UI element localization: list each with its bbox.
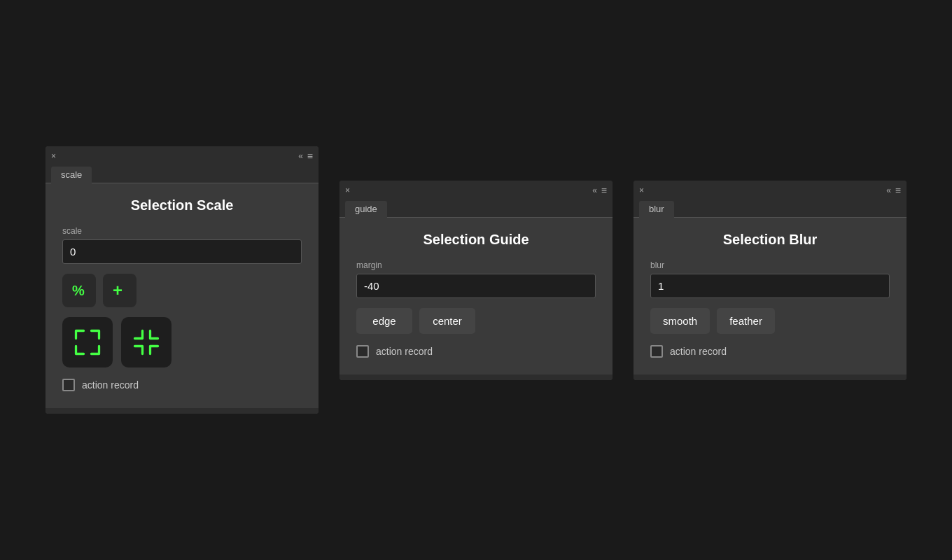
scale-top-btn-row: % +	[62, 274, 136, 307]
scale-panel: × « ≡ scale Selection Scale scale % +	[46, 146, 318, 414]
svg-text:%: %	[72, 283, 85, 298]
blur-input-wrap: blur	[650, 260, 890, 298]
blur-titlebar: × « ≡	[634, 181, 906, 200]
guide-action-record-checkbox[interactable]	[356, 345, 369, 358]
scale-footer	[46, 408, 318, 414]
blur-collapse-button[interactable]: «	[886, 186, 891, 195]
blur-tab-row: blur	[634, 200, 906, 218]
scale-input-wrap: scale	[62, 226, 302, 264]
blur-titlebar-right: « ≡	[886, 186, 901, 195]
percent-icon: %	[70, 281, 88, 300]
guide-tab-row: guide	[340, 200, 612, 218]
blur-action-record-row: action record	[650, 345, 727, 358]
scale-expand-button[interactable]	[62, 317, 113, 368]
blur-tab[interactable]: blur	[639, 201, 674, 218]
guide-title: Selection Guide	[423, 232, 528, 248]
guide-btn-row: edge center	[356, 308, 475, 334]
scale-close-button[interactable]: ×	[51, 152, 56, 160]
guide-input-wrap: margin	[356, 260, 596, 298]
guide-action-record-label: action record	[376, 346, 433, 357]
blur-smooth-button[interactable]: smooth	[650, 308, 710, 334]
blur-body: Selection Blur blur smooth feather actio…	[634, 218, 906, 374]
guide-titlebar-right: « ≡	[592, 186, 607, 195]
guide-menu-button[interactable]: ≡	[601, 186, 607, 195]
guide-field-label: margin	[356, 260, 596, 270]
blur-title: Selection Blur	[723, 232, 817, 248]
blur-action-record-checkbox[interactable]	[650, 345, 663, 358]
scale-shrink-button[interactable]	[121, 317, 172, 368]
titlebar-right: « ≡	[298, 151, 313, 161]
scale-tab[interactable]: scale	[51, 167, 92, 183]
blur-close-button[interactable]: ×	[639, 186, 644, 195]
guide-center-button[interactable]: center	[419, 308, 475, 334]
blur-menu-button[interactable]: ≡	[895, 186, 901, 195]
titlebar-left: ×	[51, 152, 56, 160]
plus-icon: +	[111, 281, 129, 300]
blur-feather-button[interactable]: feather	[717, 308, 775, 334]
scale-menu-button[interactable]: ≡	[307, 151, 313, 161]
scale-title: Selection Scale	[131, 197, 234, 214]
svg-text:+: +	[113, 281, 122, 300]
guide-body: Selection Guide margin edge center actio…	[340, 218, 612, 374]
blur-panel: × « ≡ blur Selection Blur blur smooth fe…	[634, 181, 906, 380]
blur-action-record-label: action record	[670, 346, 727, 357]
blur-titlebar-left: ×	[639, 186, 644, 195]
scale-percent-button[interactable]: %	[62, 274, 96, 307]
scale-input[interactable]	[62, 239, 302, 264]
guide-titlebar-left: ×	[345, 186, 350, 195]
blur-field-label: blur	[650, 260, 890, 270]
scale-body: Selection Scale scale % +	[46, 183, 318, 408]
guide-titlebar: × « ≡	[340, 181, 612, 200]
scale-field-label: scale	[62, 226, 302, 236]
shrink-icon	[131, 327, 162, 358]
guide-tab[interactable]: guide	[345, 201, 387, 218]
scale-plus-button[interactable]: +	[103, 274, 136, 307]
guide-footer	[340, 374, 612, 380]
scale-action-record-row: action record	[62, 379, 139, 391]
guide-close-button[interactable]: ×	[345, 186, 350, 195]
scale-icon-row	[62, 317, 172, 368]
scale-tab-row: scale	[46, 166, 318, 183]
scale-action-record-label: action record	[82, 379, 139, 391]
blur-btn-row: smooth feather	[650, 308, 775, 334]
scale-action-record-checkbox[interactable]	[62, 379, 75, 391]
scale-titlebar: × « ≡	[46, 146, 318, 166]
guide-collapse-button[interactable]: «	[592, 186, 597, 195]
guide-margin-input[interactable]	[356, 274, 596, 298]
expand-icon	[72, 327, 103, 358]
blur-footer	[634, 374, 906, 380]
guide-action-record-row: action record	[356, 345, 433, 358]
blur-input[interactable]	[650, 274, 890, 298]
guide-panel: × « ≡ guide Selection Guide margin edge …	[340, 181, 612, 380]
scale-collapse-button[interactable]: «	[298, 151, 303, 161]
guide-edge-button[interactable]: edge	[356, 308, 412, 334]
